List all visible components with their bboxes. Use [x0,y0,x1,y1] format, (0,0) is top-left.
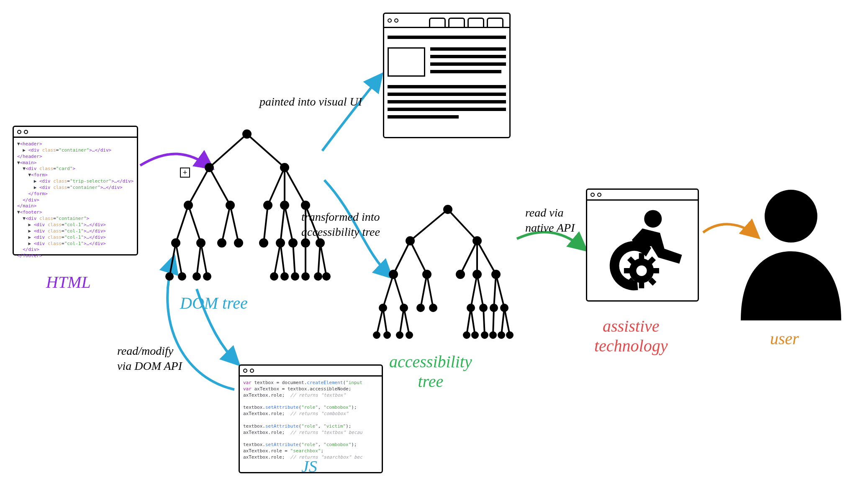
svg-line-88 [400,308,404,335]
visual-ui-content [384,28,509,126]
svg-point-38 [193,273,200,280]
svg-line-13 [285,168,306,205]
svg-point-93 [464,332,470,338]
svg-point-97 [482,332,488,338]
svg-line-17 [188,205,201,243]
annotation-painted: painted into visual UI [259,94,362,109]
svg-point-48 [302,273,309,280]
svg-line-98 [493,308,494,335]
accessibility-wheelchair-icon [598,206,686,294]
js-label: JS [301,457,317,476]
svg-point-104 [644,210,662,227]
svg-line-49 [318,243,320,276]
annotation-read-modify: read/modify via DOM API [117,343,182,374]
svg-rect-110 [652,268,659,274]
assistive-technology-window [586,188,699,302]
svg-point-115 [765,190,817,243]
svg-line-92 [467,308,471,335]
svg-point-91 [406,332,412,338]
svg-line-19 [222,205,230,243]
svg-point-89 [397,332,403,338]
window-titlebar [384,14,509,28]
svg-line-41 [274,243,280,276]
svg-point-24 [260,239,267,247]
svg-line-68 [383,274,393,308]
svg-point-36 [179,273,185,280]
svg-line-102 [504,308,510,335]
svg-point-101 [498,332,504,338]
svg-line-82 [496,274,504,308]
svg-line-3 [247,134,285,168]
svg-point-46 [292,273,298,280]
svg-point-103 [507,332,513,338]
svg-rect-108 [639,281,645,289]
svg-line-27 [285,205,293,243]
svg-point-99 [490,332,496,338]
svg-line-94 [471,308,475,335]
accessibility-tree-icon [364,201,515,339]
svg-line-43 [280,243,285,276]
dom-tree-label: DOM tree [180,293,248,313]
svg-line-56 [448,209,477,241]
svg-line-72 [421,274,427,308]
svg-point-40 [204,273,211,280]
svg-line-51 [320,243,326,276]
svg-line-78 [477,274,483,308]
annotation-transformed: transformed into accessibility tree [301,209,380,240]
svg-line-25 [280,205,285,243]
svg-line-76 [471,274,477,308]
js-code-content: var textbox = document.createElement("in… [240,377,382,464]
svg-point-73 [417,305,424,311]
svg-line-70 [393,274,404,308]
svg-point-63 [457,271,464,278]
svg-line-35 [176,243,182,276]
svg-line-84 [377,308,383,335]
svg-point-87 [384,332,390,338]
svg-point-20 [218,239,226,247]
html-code-window: ▼<header> ▶ <div class="container">…</di… [13,126,138,255]
svg-line-66 [477,241,496,274]
svg-line-33 [169,243,176,276]
svg-line-90 [404,308,409,335]
html-label: HTML [46,272,91,292]
svg-line-39 [201,243,207,276]
svg-point-22 [235,239,242,247]
svg-line-60 [410,241,427,274]
svg-line-23 [264,205,268,243]
svg-line-1 [209,134,247,168]
dom-tree-icon [159,126,335,289]
svg-line-9 [268,168,285,205]
assistive-technology-label: assistive technology [594,316,668,356]
svg-point-85 [374,332,380,338]
svg-line-21 [230,205,239,243]
svg-line-74 [427,274,433,308]
svg-point-34 [166,273,173,280]
a11y-tree-label: accessibility tree [389,352,472,391]
window-titlebar [14,127,137,138]
svg-line-58 [393,241,410,274]
svg-point-52 [323,273,330,280]
svg-line-54 [410,209,448,241]
svg-line-80 [494,274,496,308]
user-label: user [770,329,799,348]
svg-line-15 [176,205,188,243]
html-code-content: ▼<header> ▶ <div class="container">…</di… [14,138,137,263]
svg-point-106 [636,266,647,276]
svg-rect-109 [624,268,631,274]
svg-point-44 [281,273,288,280]
svg-point-75 [430,305,437,311]
svg-line-62 [460,241,477,274]
svg-line-45 [293,243,295,276]
svg-point-95 [472,332,478,338]
svg-line-96 [483,308,485,335]
annotation-read-native: read via native API [525,205,575,236]
svg-line-100 [501,308,504,335]
window-titlebar [587,190,698,201]
window-titlebar [240,366,382,377]
svg-point-50 [315,273,321,280]
svg-point-42 [271,273,277,280]
svg-rect-107 [639,253,645,260]
visual-ui-window [383,13,511,138]
svg-line-37 [197,243,201,276]
svg-line-86 [383,308,387,335]
